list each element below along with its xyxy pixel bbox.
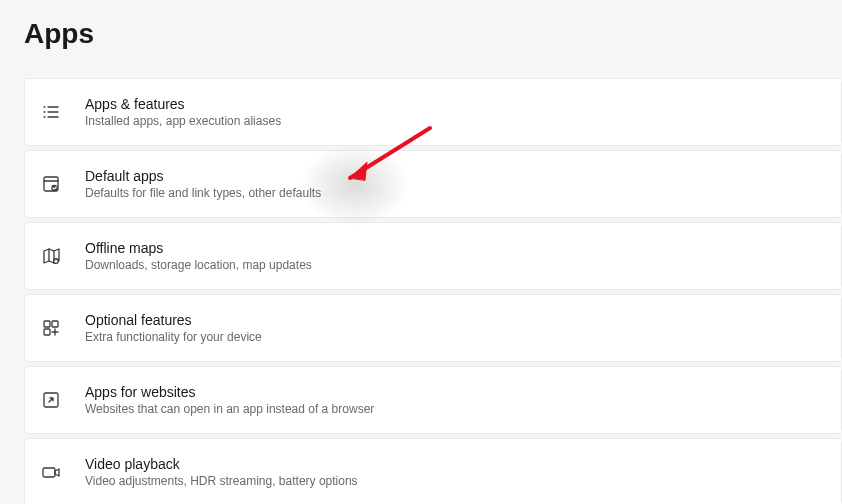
item-title: Apps for websites bbox=[85, 384, 374, 400]
item-desc: Extra functionality for your device bbox=[85, 330, 262, 344]
item-title: Default apps bbox=[85, 168, 321, 184]
optional-features-icon bbox=[41, 318, 61, 338]
default-apps-icon bbox=[41, 174, 61, 194]
item-text: Optional features Extra functionality fo… bbox=[85, 312, 262, 344]
item-desc: Installed apps, app execution aliases bbox=[85, 114, 281, 128]
item-desc: Defaults for file and link types, other … bbox=[85, 186, 321, 200]
item-text: Offline maps Downloads, storage location… bbox=[85, 240, 312, 272]
apps-and-features-icon bbox=[41, 102, 61, 122]
svg-rect-17 bbox=[43, 468, 55, 477]
svg-rect-13 bbox=[44, 329, 50, 335]
item-text: Apps & features Installed apps, app exec… bbox=[85, 96, 281, 128]
item-desc: Video adjustments, HDR streaming, batter… bbox=[85, 474, 358, 488]
item-desc: Downloads, storage location, map updates bbox=[85, 258, 312, 272]
item-title: Optional features bbox=[85, 312, 262, 328]
item-title: Apps & features bbox=[85, 96, 281, 112]
apps-list: Apps & features Installed apps, app exec… bbox=[0, 50, 842, 504]
list-item-apps-for-websites[interactable]: Apps for websites Websites that can open… bbox=[24, 366, 842, 434]
svg-rect-11 bbox=[44, 321, 50, 327]
list-item-optional-features[interactable]: Optional features Extra functionality fo… bbox=[24, 294, 842, 362]
item-title: Offline maps bbox=[85, 240, 312, 256]
item-desc: Websites that can open in an app instead… bbox=[85, 402, 374, 416]
item-text: Default apps Defaults for file and link … bbox=[85, 168, 321, 200]
offline-maps-icon bbox=[41, 246, 61, 266]
video-playback-icon bbox=[41, 462, 61, 482]
list-item-default-apps[interactable]: Default apps Defaults for file and link … bbox=[24, 150, 842, 218]
list-item-apps-and-features[interactable]: Apps & features Installed apps, app exec… bbox=[24, 78, 842, 146]
item-text: Apps for websites Websites that can open… bbox=[85, 384, 374, 416]
apps-for-websites-icon bbox=[41, 390, 61, 410]
svg-rect-12 bbox=[52, 321, 58, 327]
list-item-offline-maps[interactable]: Offline maps Downloads, storage location… bbox=[24, 222, 842, 290]
list-item-video-playback[interactable]: Video playback Video adjustments, HDR st… bbox=[24, 438, 842, 504]
item-text: Video playback Video adjustments, HDR st… bbox=[85, 456, 358, 488]
page-title: Apps bbox=[0, 0, 842, 50]
item-title: Video playback bbox=[85, 456, 358, 472]
